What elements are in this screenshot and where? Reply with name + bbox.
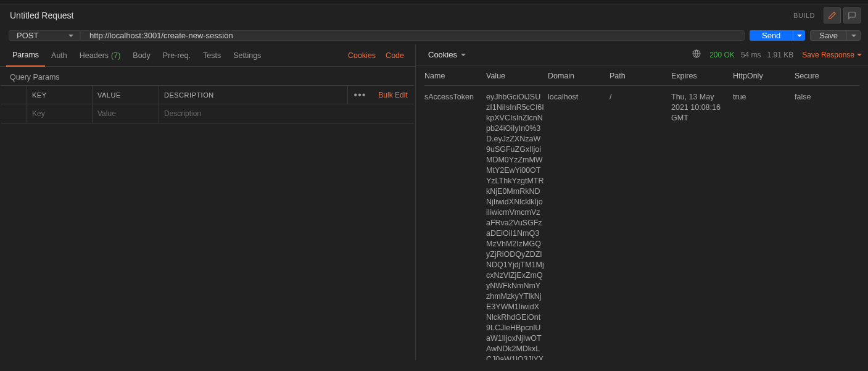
tab-tests[interactable]: Tests: [197, 44, 227, 66]
comment-button[interactable]: [843, 7, 861, 23]
tab-body[interactable]: Body: [126, 44, 157, 66]
save-response-button[interactable]: Save Response: [802, 51, 862, 59]
save-button[interactable]: Save: [811, 31, 846, 40]
method-value: POST: [17, 31, 38, 40]
chevron-down-icon: [461, 54, 466, 56]
more-icon[interactable]: •••: [354, 90, 366, 101]
cookie-secure: false: [795, 92, 859, 102]
pencil-icon: [828, 11, 837, 20]
cookies-link[interactable]: Cookies: [343, 51, 381, 60]
url-input[interactable]: [80, 30, 745, 41]
tab-settings[interactable]: Settings: [227, 44, 267, 66]
param-value-input[interactable]: [93, 104, 159, 123]
cookie-domain: localhost: [548, 92, 610, 102]
param-key-input[interactable]: [27, 104, 92, 123]
cookie-httponly: true: [733, 92, 795, 102]
tab-params[interactable]: Params: [6, 45, 45, 67]
cookie-name: sAccessToken: [424, 92, 486, 102]
col-value: Value: [486, 72, 548, 80]
globe-icon[interactable]: [692, 49, 701, 60]
cookie-value: eyJhbGciOiJSUzI1NiIsInR5cCI6IkpXVCIsInZl…: [486, 92, 548, 360]
code-link[interactable]: Code: [381, 51, 409, 60]
bulk-edit-link[interactable]: Bulk Edit: [372, 86, 414, 104]
col-path: Path: [610, 72, 671, 80]
method-select[interactable]: POST: [9, 30, 80, 41]
send-dropdown[interactable]: [793, 30, 805, 41]
tab-headers[interactable]: Headers (7): [73, 44, 127, 66]
col-expires: Expires: [671, 72, 733, 80]
query-params-label: Query Params: [0, 67, 415, 85]
cookie-expires: Thu, 13 May 2021 10:08:16 GMT: [671, 92, 733, 123]
edit-button[interactable]: [824, 7, 841, 23]
description-header: DESCRIPTION: [159, 86, 347, 104]
request-title: Untitled Request: [10, 10, 793, 20]
status-code: 200 OK: [709, 51, 735, 59]
value-header: VALUE: [93, 86, 159, 104]
comment-icon: [848, 11, 856, 20]
col-secure: Secure: [795, 72, 859, 80]
chevron-down-icon: [68, 35, 73, 37]
response-size: 1.91 KB: [767, 51, 794, 59]
response-time: 54 ms: [741, 51, 761, 59]
col-domain: Domain: [548, 72, 610, 80]
cookie-path: /: [610, 92, 671, 102]
build-label: BUILD: [793, 12, 815, 19]
param-description-input[interactable]: [159, 104, 347, 123]
response-cookies-tab[interactable]: Cookies: [422, 50, 472, 59]
tab-prereq[interactable]: Pre-req.: [157, 44, 197, 66]
col-httponly: HttpOnly: [733, 72, 795, 80]
chevron-down-icon: [857, 54, 862, 56]
key-header: KEY: [27, 86, 93, 104]
send-button[interactable]: Send: [750, 30, 793, 41]
tab-auth[interactable]: Auth: [45, 44, 73, 66]
col-name: Name: [424, 72, 486, 80]
chevron-down-icon: [851, 35, 856, 37]
cookie-row: sAccessToken eyJhbGciOiJSUzI1NiIsInR5cCI…: [424, 86, 859, 360]
save-dropdown[interactable]: [846, 31, 860, 40]
chevron-down-icon: [797, 35, 802, 37]
